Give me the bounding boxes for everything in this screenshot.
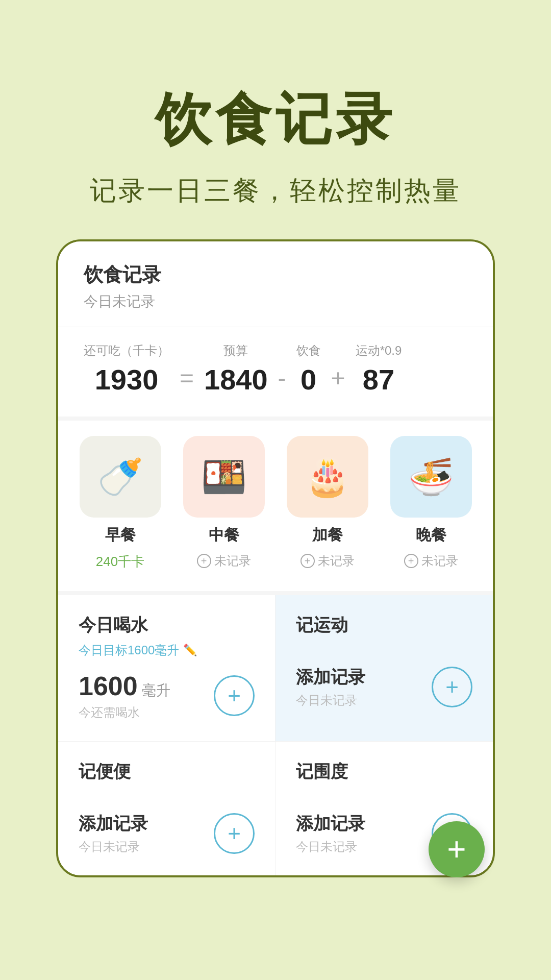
breakfast-icon: 🍼 (97, 455, 143, 499)
budget-label: 预算 (223, 342, 248, 359)
breakfast-name: 早餐 (105, 525, 136, 546)
water-value-block: 1600 毫升 今还需喝水 (79, 671, 170, 721)
edit-icon[interactable]: ✏️ (183, 644, 197, 657)
calorie-row: 还可吃（千卡） 1930 = 预算 1840 - 饮食 0 + 运动*0.9 8… (84, 342, 467, 396)
measurement-value-block: 添加记录 今日未记录 (296, 812, 365, 855)
snack-add-icon: + (300, 554, 315, 568)
eq-operator: = (169, 364, 204, 396)
snack-unrecorded: + 未记录 (300, 553, 355, 569)
card-subtitle: 今日未记录 (84, 292, 467, 311)
lunch-icon-wrap: 🍱 (183, 436, 265, 518)
water-value-row: 1600 毫升 今还需喝水 + (79, 671, 255, 721)
dinner-unrecorded: + 未记录 (404, 553, 458, 569)
card-header: 饮食记录 今日未记录 (58, 241, 493, 327)
meal-item-breakfast[interactable]: 🍼 早餐 240千卡 (80, 436, 161, 571)
exercise-date-hint: 今日未记录 (296, 692, 365, 708)
plus-operator: + (321, 364, 356, 396)
measurement-title: 记围度 (296, 760, 472, 783)
water-add-button[interactable]: + (214, 675, 255, 716)
food-label: 饮食 (296, 342, 321, 359)
dinner-add-icon: + (404, 554, 418, 568)
stool-date-hint: 今日未记录 (79, 839, 148, 855)
water-unit: 毫升 (142, 682, 170, 698)
water-target: 今日目标1600毫升 ✏️ (79, 642, 255, 658)
budget-col: 预算 1840 (204, 342, 268, 396)
dinner-name: 晚餐 (416, 525, 446, 546)
food-value: 0 (300, 363, 316, 396)
calorie-section: 还可吃（千卡） 1930 = 预算 1840 - 饮食 0 + 运动*0.9 8… (58, 327, 493, 421)
breakfast-calories: 240千卡 (96, 553, 144, 571)
exercise-label: 运动*0.9 (356, 342, 402, 359)
measurement-date-hint: 今日未记录 (296, 839, 365, 855)
meal-item-dinner[interactable]: 🍜 晚餐 + 未记录 (390, 436, 472, 571)
app-card: 饮食记录 今日未记录 还可吃（千卡） 1930 = 预算 1840 - 饮食 0 (56, 239, 495, 877)
exercise-cell[interactable]: 记运动 添加记录 今日未记录 + (276, 595, 493, 742)
meal-item-snack[interactable]: 🎂 加餐 + 未记录 (287, 436, 368, 571)
snack-icon-wrap: 🎂 (287, 436, 368, 518)
minus-operator: - (268, 364, 296, 396)
remaining-value: 1930 (95, 363, 159, 396)
lunch-unrecorded: + 未记录 (197, 553, 251, 569)
lunch-name: 中餐 (209, 525, 239, 546)
meal-section: 🍼 早餐 240千卡 🍱 中餐 + 未记录 🎂 (58, 421, 493, 595)
dinner-icon-wrap: 🍜 (390, 436, 472, 518)
stool-title: 记便便 (79, 760, 255, 783)
remaining-label: 还可吃（千卡） (84, 342, 169, 359)
stool-cell[interactable]: 记便便 添加记录 今日未记录 + (58, 742, 276, 875)
exercise-value: 87 (363, 363, 394, 396)
exercise-value-row: 添加记录 今日未记录 + (296, 666, 472, 708)
lunch-add-icon: + (197, 554, 211, 568)
lunch-icon: 🍱 (201, 455, 247, 499)
snack-icon: 🎂 (305, 455, 350, 499)
card-container: 饮食记录 今日未记录 还可吃（千卡） 1930 = 预算 1840 - 饮食 0 (56, 239, 495, 908)
stool-value-row: 添加记录 今日未记录 + (79, 812, 255, 855)
exercise-title: 记运动 (296, 614, 472, 637)
hero-section: 饮食记录 记录一日三餐，轻松控制热量 (0, 0, 551, 239)
hero-title: 饮食记录 (31, 82, 520, 158)
hero-subtitle: 记录一日三餐，轻松控制热量 (31, 173, 520, 209)
water-target-text: 今日目标1600毫升 (79, 642, 179, 658)
fab-icon: + (447, 830, 466, 868)
bottom-grid: 今日喝水 今日目标1600毫升 ✏️ 1600 毫升 今还需喝水 + 记运动 (58, 595, 493, 875)
dinner-icon: 🍜 (408, 455, 454, 499)
water-value: 1600 (79, 671, 138, 701)
meal-item-lunch[interactable]: 🍱 中餐 + 未记录 (183, 436, 265, 571)
stool-add-button[interactable]: + (214, 813, 255, 854)
water-cell[interactable]: 今日喝水 今日目标1600毫升 ✏️ 1600 毫升 今还需喝水 + (58, 595, 276, 742)
exercise-add-label: 添加记录 (296, 666, 365, 689)
exercise-add-button[interactable]: + (432, 667, 472, 707)
budget-value: 1840 (204, 363, 268, 396)
snack-name: 加餐 (312, 525, 343, 546)
exercise-value-block: 添加记录 今日未记录 (296, 666, 365, 708)
water-hint: 今还需喝水 (79, 704, 170, 721)
food-col: 饮食 0 (296, 342, 321, 396)
fab-button[interactable]: + (429, 821, 485, 877)
remaining-col: 还可吃（千卡） 1930 (84, 342, 169, 396)
measurement-add-label: 添加记录 (296, 812, 365, 836)
water-title: 今日喝水 (79, 614, 255, 637)
stool-value-block: 添加记录 今日未记录 (79, 812, 148, 855)
breakfast-icon-wrap: 🍼 (80, 436, 161, 518)
exercise-col: 运动*0.9 87 (356, 342, 402, 396)
stool-add-label: 添加记录 (79, 812, 148, 836)
card-title: 饮食记录 (84, 262, 467, 288)
